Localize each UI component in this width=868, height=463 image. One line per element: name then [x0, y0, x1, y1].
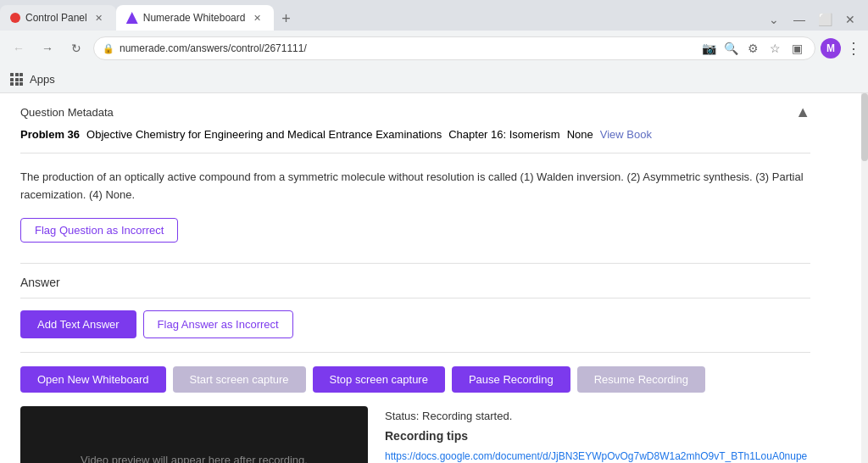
restore-button[interactable]: ⬜ — [814, 8, 836, 31]
video-preview-text: Video preview will appear here after rec… — [81, 454, 308, 463]
tab-control-panel-close[interactable]: ✕ — [92, 11, 106, 25]
tab-bar: Control Panel ✕ Numerade Whiteboard ✕ + … — [0, 0, 868, 31]
close-button[interactable]: ✕ — [839, 8, 861, 31]
address-text: numerade.com/answers/control/2671111/ — [120, 42, 694, 54]
pause-recording-button[interactable]: Pause Recording — [452, 366, 570, 393]
tab-numerade[interactable]: Numerade Whiteboard ✕ — [116, 5, 275, 31]
apps-button[interactable]: Apps — [10, 73, 55, 86]
address-bar-row: ← → ↻ 🔒 numerade.com/answers/control/267… — [0, 31, 868, 66]
grid-icon — [10, 73, 23, 86]
numerade-favicon — [126, 12, 138, 24]
divider-2 — [20, 263, 810, 264]
page-content: Question Metadata ▲ Problem 36 Objective… — [0, 93, 868, 463]
divider-4 — [20, 352, 810, 353]
star-icon[interactable]: ☆ — [765, 39, 784, 58]
bookmarks-toolbar: Apps — [0, 66, 868, 93]
lock-icon: 🔒 — [103, 43, 114, 54]
content-wrapper: Question Metadata ▲ Problem 36 Objective… — [0, 93, 831, 463]
divider-1 — [20, 153, 810, 153]
divider-3 — [20, 298, 810, 298]
bottom-row: Video preview will appear here after rec… — [20, 406, 810, 463]
answer-buttons: Add Text Answer Flag Answer as Incorrect — [20, 310, 810, 338]
question-text: The production of an optically active co… — [20, 157, 810, 218]
recording-info: Status: Recording started. Recording tip… — [385, 406, 810, 463]
control-panel-favicon — [10, 13, 20, 23]
metadata-row: Problem 36 Objective Chemistry for Engin… — [20, 128, 810, 149]
add-text-answer-button[interactable]: Add Text Answer — [20, 310, 136, 338]
metadata-section: Question Metadata ▲ — [20, 93, 810, 128]
tab-control-panel[interactable]: Control Panel ✕ — [0, 5, 116, 31]
none-label: None — [567, 128, 593, 141]
tab-numerade-title: Numerade Whiteboard — [143, 12, 246, 24]
back-button[interactable]: ← — [7, 36, 31, 60]
answer-title: Answer — [20, 276, 810, 289]
flag-question-button[interactable]: Flag Question as Incorrect — [20, 218, 178, 243]
metadata-section-title: Question Metadata — [20, 106, 114, 119]
collapse-button[interactable]: ▲ — [795, 103, 810, 121]
stop-screen-capture-button[interactable]: Stop screen capture — [313, 366, 445, 393]
start-screen-capture-button: Start screen capture — [173, 366, 306, 393]
browser-chrome: Control Panel ✕ Numerade Whiteboard ✕ + … — [0, 0, 868, 66]
flag-answer-button[interactable]: Flag Answer as Incorrect — [143, 310, 293, 338]
video-preview: Video preview will appear here after rec… — [20, 406, 368, 463]
tab-search-icon[interactable]: ▣ — [787, 39, 806, 58]
address-bar[interactable]: 🔒 numerade.com/answers/control/2671111/ … — [93, 36, 815, 60]
tab-control-panel-title: Control Panel — [25, 12, 87, 24]
scrollbar-thumb[interactable] — [861, 93, 868, 161]
scrollbar-track[interactable] — [861, 93, 868, 463]
recording-buttons: Open New Whiteboard Start screen capture… — [20, 366, 810, 393]
status-text: Status: Recording started. — [385, 410, 810, 422]
view-book-link[interactable]: View Book — [600, 128, 652, 141]
answer-section: Answer Add Text Answer Flag Answer as In… — [20, 243, 810, 463]
menu-dots-icon[interactable]: ⋮ — [846, 39, 861, 58]
book-title: Objective Chemistry for Engineering and … — [86, 128, 442, 141]
search-icon[interactable]: 🔍 — [721, 39, 740, 58]
recording-tips-title: Recording tips — [385, 429, 810, 443]
profile-icon[interactable]: M — [821, 38, 841, 59]
forward-button[interactable]: → — [36, 36, 59, 60]
tips-link[interactable]: https://docs.google.com/document/d/JjBN3… — [385, 450, 807, 463]
reload-button[interactable]: ↻ — [64, 36, 88, 60]
resume-recording-button: Resume Recording — [577, 366, 705, 393]
browser-window-controls: ⌄ — ⬜ ✕ — [763, 8, 868, 31]
address-bar-actions: 📷 🔍 ⚙ ☆ ▣ — [699, 39, 806, 58]
apps-label: Apps — [30, 73, 55, 86]
chapter-label: Chapter 16: Isomerism — [448, 128, 560, 141]
camera-icon[interactable]: 📷 — [699, 39, 718, 58]
problem-label: Problem 36 — [20, 128, 80, 141]
extension-icon[interactable]: ⚙ — [743, 39, 762, 58]
chevron-down-icon[interactable]: ⌄ — [763, 8, 785, 31]
open-whiteboard-button[interactable]: Open New Whiteboard — [20, 366, 166, 393]
minimize-button[interactable]: — — [788, 8, 810, 31]
new-tab-button[interactable]: + — [274, 7, 298, 31]
tab-numerade-close[interactable]: ✕ — [250, 11, 264, 25]
